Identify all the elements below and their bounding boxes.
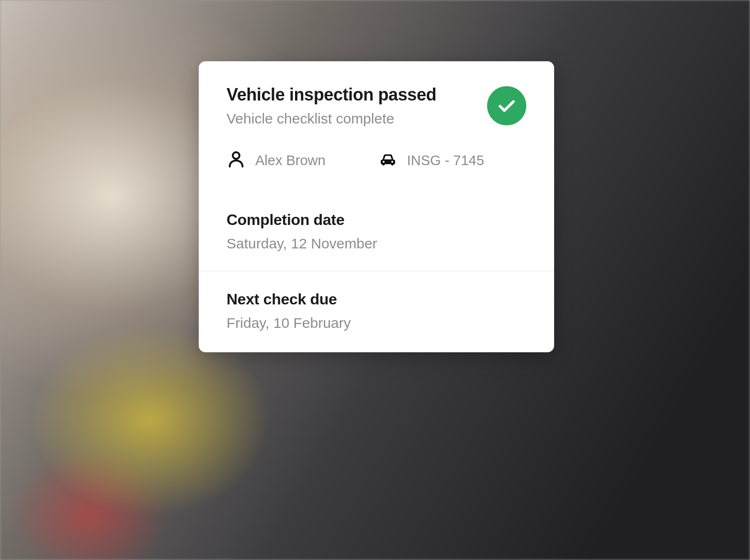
card-header-text: Vehicle inspection passed Vehicle checkl… — [227, 84, 436, 127]
card-subtitle: Vehicle checklist complete — [227, 111, 436, 127]
card-header-section: Vehicle inspection passed Vehicle checkl… — [199, 61, 554, 127]
completion-value: Saturday, 12 November — [227, 235, 526, 252]
car-icon — [378, 150, 398, 171]
check-success-icon — [487, 86, 526, 125]
person-icon — [227, 150, 246, 171]
meta-row: Alex Brown INSG - 7145 — [199, 150, 554, 192]
inspector-field: Alex Brown — [227, 150, 326, 171]
next-check-value: Friday, 10 February — [227, 315, 526, 331]
vehicle-field: INSG - 7145 — [378, 150, 484, 171]
card-title: Vehicle inspection passed — [227, 84, 436, 105]
svg-point-0 — [233, 152, 239, 159]
completion-section: Completion date Saturday, 12 November — [199, 192, 554, 271]
next-check-section: Next check due Friday, 10 February — [199, 271, 554, 352]
inspector-name: Alex Brown — [255, 153, 326, 168]
next-check-label: Next check due — [227, 291, 526, 308]
vehicle-id: INSG - 7145 — [407, 153, 484, 168]
completion-label: Completion date — [227, 211, 526, 229]
inspection-card: Vehicle inspection passed Vehicle checkl… — [199, 61, 554, 352]
